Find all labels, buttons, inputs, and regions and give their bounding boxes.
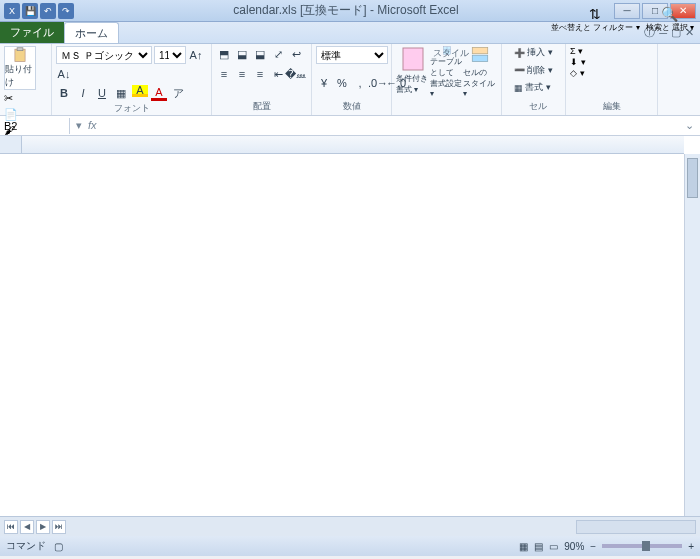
formula-input[interactable] (103, 118, 679, 134)
formula-expand-icon[interactable]: ⌄ (679, 119, 700, 132)
name-box-dropdown-icon[interactable]: ▾ (76, 119, 82, 132)
percent-button[interactable]: % (334, 75, 350, 91)
group-styles-label: スタイル (396, 46, 506, 60)
phonetic-button[interactable]: ア (170, 85, 186, 101)
align-middle-icon[interactable]: ⬓ (234, 46, 250, 62)
font-size-select[interactable]: 11 (154, 46, 186, 64)
bold-button[interactable]: B (56, 85, 72, 101)
svg-rect-1 (17, 48, 23, 51)
currency-button[interactable]: ¥ (316, 75, 332, 91)
excel-icon: X (4, 3, 20, 19)
column-headers[interactable] (22, 136, 684, 154)
fx-icon[interactable]: fx (88, 119, 97, 132)
decrease-font-icon[interactable]: A↓ (56, 66, 72, 82)
ribbon-tab-0[interactable]: ホーム (64, 22, 119, 43)
zoom-in-button[interactable]: + (688, 541, 694, 552)
group-align-label: 配置 (216, 99, 307, 113)
sheet-nav-first-icon[interactable]: ⏮ (4, 520, 18, 534)
worksheet[interactable] (0, 136, 700, 516)
group-number-label: 数値 (316, 99, 387, 113)
align-right-icon[interactable]: ≡ (252, 66, 268, 82)
cut-icon[interactable]: ✂ (4, 92, 18, 106)
format-cells-button[interactable]: ▦ 書式 ▾ (514, 81, 561, 94)
sheet-nav-last-icon[interactable]: ⏭ (52, 520, 66, 534)
font-color-button[interactable]: A (151, 85, 167, 101)
group-editing-label: 編集 (570, 99, 653, 113)
comma-button[interactable]: , (352, 75, 368, 91)
align-left-icon[interactable]: ≡ (216, 66, 232, 82)
status-bar: コマンド ▢ ▦ ▤ ▭ 90% − + (0, 536, 700, 556)
grid-area[interactable] (22, 154, 684, 516)
group-font-label: フォント (56, 101, 207, 115)
zoom-slider[interactable] (602, 544, 682, 548)
orientation-icon[interactable]: ⤢ (270, 46, 286, 62)
view-layout-icon[interactable]: ▤ (534, 541, 543, 552)
formula-bar: B2 ▾ fx ⌄ (0, 116, 700, 136)
group-cells-label: セル (514, 99, 561, 113)
underline-button[interactable]: U (94, 85, 110, 101)
zoom-level[interactable]: 90% (564, 541, 584, 552)
qa-undo-icon[interactable]: ↶ (40, 3, 56, 19)
svg-rect-0 (15, 49, 25, 61)
indent-decrease-icon[interactable]: ⇤ (270, 66, 286, 82)
view-pagebreak-icon[interactable]: ▭ (549, 541, 558, 552)
clear-icon[interactable]: ◇ ▾ (570, 68, 585, 78)
sheet-nav-prev-icon[interactable]: ◀ (20, 520, 34, 534)
align-bottom-icon[interactable]: ⬓ (252, 46, 268, 62)
insert-cells-button[interactable]: ➕ 挿入 ▾ (514, 46, 561, 59)
file-tab[interactable]: ファイル (0, 22, 64, 43)
fill-color-button[interactable]: A (132, 85, 148, 97)
italic-button[interactable]: I (75, 85, 91, 101)
number-format-select[interactable]: 標準 (316, 46, 388, 64)
border-button[interactable]: ▦ (113, 85, 129, 101)
ribbon: 貼り付け ✂ 📄 🖌 クリップボード ＭＳ Ｐゴシック 11 A↑ A↓ B I… (0, 44, 700, 116)
wrap-text-button[interactable]: ↩ (288, 46, 304, 62)
fill-icon[interactable]: ⬇ ▾ (570, 57, 586, 67)
align-center-icon[interactable]: ≡ (234, 66, 250, 82)
autosum-icon[interactable]: Σ ▾ (570, 46, 583, 56)
name-box[interactable]: B2 (0, 118, 70, 134)
increase-font-icon[interactable]: A↑ (188, 47, 204, 63)
qa-save-icon[interactable]: 💾 (22, 3, 38, 19)
sort-filter-button[interactable]: ⇅並べ替えと フィルター ▾ (551, 6, 639, 33)
qa-redo-icon[interactable]: ↷ (58, 3, 74, 19)
merge-button[interactable]: �⅏ (288, 66, 304, 82)
zoom-out-button[interactable]: − (590, 541, 596, 552)
paste-button[interactable]: 貼り付け (4, 46, 36, 90)
macro-record-icon[interactable]: ▢ (54, 541, 63, 552)
font-name-select[interactable]: ＭＳ Ｐゴシック (56, 46, 152, 64)
select-all-corner[interactable] (0, 136, 22, 154)
find-select-button[interactable]: 🔍検索と 選択 ▾ (646, 6, 694, 33)
status-mode: コマンド (6, 539, 46, 553)
view-normal-icon[interactable]: ▦ (519, 541, 528, 552)
sheet-tab-bar: ⏮ ◀ ▶ ⏭ (0, 516, 700, 536)
align-top-icon[interactable]: ⬒ (216, 46, 232, 62)
delete-cells-button[interactable]: ➖ 削除 ▾ (514, 64, 561, 77)
increase-decimal-icon[interactable]: .0→ (370, 75, 386, 91)
sheet-nav-next-icon[interactable]: ▶ (36, 520, 50, 534)
window-title: calendar.xls [互換モード] - Microsoft Excel (78, 2, 614, 19)
vertical-scrollbar[interactable] (684, 154, 700, 516)
horizontal-scrollbar[interactable] (576, 520, 696, 534)
